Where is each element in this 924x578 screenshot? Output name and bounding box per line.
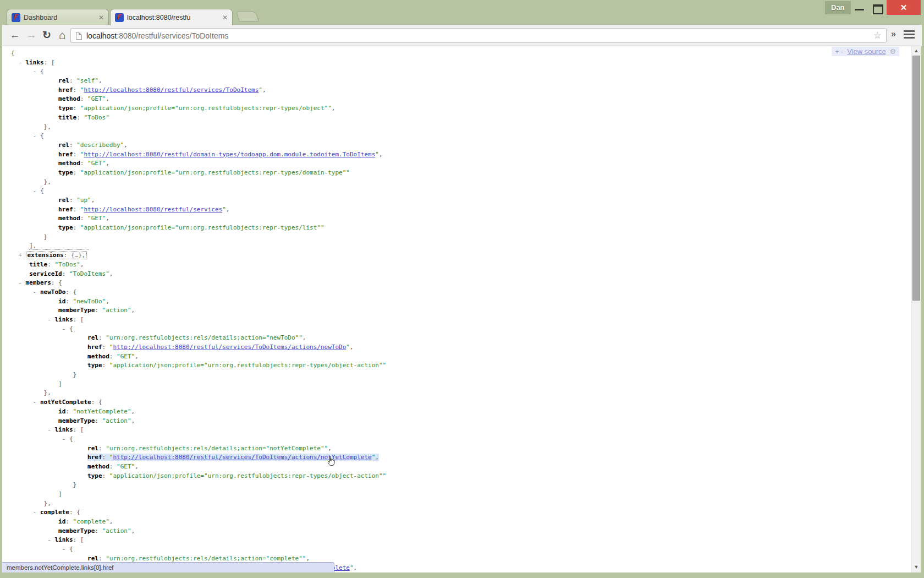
scroll-down-icon[interactable]: ▼ bbox=[911, 563, 921, 571]
json-token: } bbox=[44, 233, 48, 241]
json-content: { - links: [ - { rel: "self", href: "htt… bbox=[2, 46, 911, 572]
collapse-toggle[interactable]: - bbox=[11, 325, 69, 332]
json-link[interactable]: http://localhost:8080/restful/services/T… bbox=[84, 86, 258, 94]
collapsed-node: extensions: {…}, bbox=[26, 251, 87, 259]
json-token: : bbox=[80, 215, 87, 222]
reload-icon[interactable]: ↻ bbox=[40, 28, 54, 42]
collapse-toggle[interactable]: + bbox=[11, 252, 26, 259]
gear-icon[interactable]: ⚙ bbox=[889, 47, 896, 56]
back-icon[interactable]: ← bbox=[8, 28, 22, 42]
new-tab-button[interactable] bbox=[236, 12, 259, 21]
json-token: { bbox=[69, 435, 73, 443]
json-line: type: "application/json;profile="urn:org… bbox=[11, 223, 911, 233]
json-token: } bbox=[73, 371, 77, 378]
scrollbar[interactable]: ▲ ▼ bbox=[911, 46, 921, 572]
json-token: { bbox=[40, 187, 44, 194]
json-token: , bbox=[131, 408, 135, 415]
json-link[interactable]: http://localhost:8080/restful/domain-typ… bbox=[84, 151, 375, 158]
indent bbox=[11, 555, 87, 562]
indent bbox=[11, 86, 58, 94]
collapse-all-button[interactable]: + bbox=[835, 47, 839, 56]
json-token: method bbox=[87, 463, 109, 470]
scrollbar-thumb[interactable] bbox=[912, 56, 920, 301]
json-token: type bbox=[58, 105, 73, 112]
json-token: : bbox=[95, 527, 102, 535]
tab-close-icon[interactable]: ✕ bbox=[95, 14, 104, 21]
json-line: rel: "up", bbox=[11, 196, 911, 205]
collapse-toggle[interactable]: - bbox=[11, 536, 54, 543]
json-line: - { bbox=[11, 187, 911, 196]
json-link[interactable]: http://localhost:8080/restful/services/T… bbox=[113, 343, 346, 351]
home-icon[interactable]: ⌂ bbox=[55, 28, 69, 42]
tab-localhost[interactable]: F localhost:8080/restfu ✕ bbox=[110, 9, 233, 25]
collapse-toggle[interactable]: - bbox=[11, 426, 54, 433]
bookmark-star-icon[interactable]: ☆ bbox=[873, 30, 886, 41]
json-line: memberType: "action", bbox=[11, 417, 911, 426]
close-button[interactable]: ✕ bbox=[887, 0, 921, 15]
json-token: , bbox=[106, 95, 109, 102]
forward-icon[interactable]: → bbox=[24, 28, 38, 42]
collapse-toggle[interactable]: - bbox=[11, 279, 26, 286]
indent bbox=[11, 518, 58, 525]
json-token: : bbox=[65, 518, 73, 525]
tab-close-icon[interactable]: ✕ bbox=[219, 14, 228, 21]
json-line: - notYetComplete: { bbox=[11, 398, 911, 407]
json-link[interactable]: http://localhost:8080/restful/services bbox=[84, 206, 222, 213]
json-token: method bbox=[87, 353, 109, 360]
menu-icon[interactable] bbox=[904, 30, 915, 39]
json-token: id bbox=[58, 518, 65, 525]
json-token: "newToDo" bbox=[73, 298, 106, 305]
minimize-button[interactable] bbox=[851, 0, 868, 15]
json-token: , bbox=[106, 298, 109, 305]
json-token: "urn:org.restfulobjects:rels/details;act… bbox=[106, 334, 302, 341]
json-token: : [ bbox=[73, 536, 84, 543]
json-token: }, bbox=[44, 389, 51, 396]
scroll-up-icon[interactable]: ▲ bbox=[911, 46, 921, 55]
expand-all-button[interactable]: - bbox=[841, 47, 843, 56]
json-token: href bbox=[58, 206, 73, 213]
collapse-toggle[interactable]: - bbox=[11, 132, 40, 139]
json-line: method: "GET", bbox=[11, 159, 911, 168]
collapse-toggle[interactable]: - bbox=[11, 399, 40, 406]
json-token: : bbox=[65, 408, 73, 415]
json-token: links bbox=[54, 316, 73, 323]
maximize-button[interactable] bbox=[869, 0, 886, 15]
collapse-toggle[interactable]: - bbox=[11, 59, 26, 66]
tab-dashboard[interactable]: F Dashboard ✕ bbox=[7, 9, 109, 25]
indent bbox=[11, 307, 58, 314]
collapse-toggle[interactable]: - bbox=[11, 546, 69, 553]
collapse-toggle[interactable]: - bbox=[11, 509, 40, 516]
json-token: , bbox=[379, 151, 383, 158]
collapse-toggle[interactable]: - bbox=[11, 288, 40, 296]
json-line: }, bbox=[11, 178, 911, 187]
address-bar[interactable]: localhost:8080/restful/services/ToDoItem… bbox=[70, 28, 887, 43]
json-line: rel: "urn:org.restfulobjects:rels/detail… bbox=[11, 444, 911, 454]
json-token: "notYetComplete" bbox=[73, 408, 131, 415]
indent bbox=[11, 463, 87, 470]
collapse-toggle[interactable]: - bbox=[11, 316, 54, 323]
indent bbox=[11, 233, 44, 241]
json-token: { bbox=[69, 325, 73, 332]
extensions-overflow-icon[interactable]: » bbox=[891, 29, 896, 39]
json-token: rel bbox=[87, 445, 98, 452]
json-token: : bbox=[80, 95, 87, 102]
json-token: , bbox=[306, 555, 310, 562]
json-token: title bbox=[29, 261, 47, 268]
json-token: : [ bbox=[44, 59, 55, 66]
json-line: - links: [ bbox=[11, 426, 911, 435]
profile-badge[interactable]: Dan bbox=[825, 1, 851, 14]
collapse-toggle[interactable]: - bbox=[11, 435, 69, 443]
collapse-toggle[interactable]: - bbox=[11, 68, 40, 75]
view-source-link[interactable]: View source bbox=[847, 47, 886, 56]
json-token: : bbox=[73, 224, 80, 231]
favicon-icon: F bbox=[12, 13, 20, 22]
json-token: " bbox=[375, 151, 379, 158]
json-token: : bbox=[65, 298, 73, 305]
indent bbox=[11, 95, 58, 102]
collapse-toggle[interactable]: - bbox=[11, 187, 40, 194]
indent bbox=[11, 417, 58, 424]
json-token: "application/json;profile="urn:org.restf… bbox=[109, 362, 386, 369]
indent bbox=[11, 169, 58, 176]
json-token: "GET" bbox=[87, 160, 106, 167]
json-token: , bbox=[262, 86, 266, 94]
